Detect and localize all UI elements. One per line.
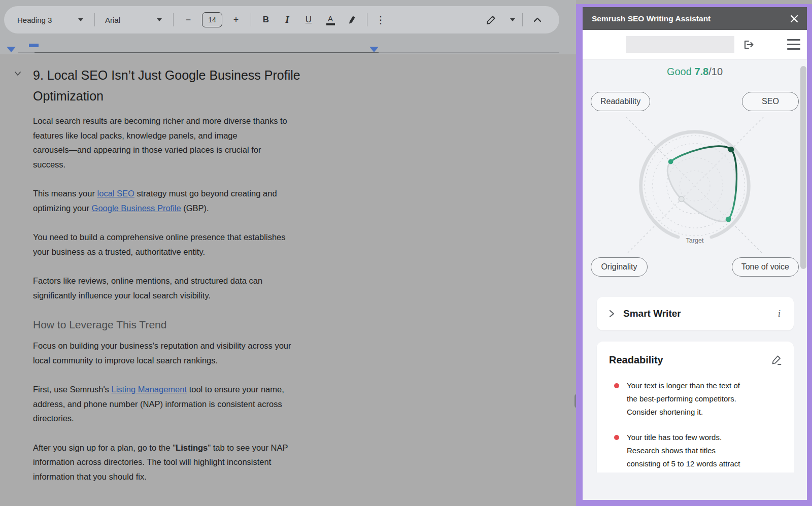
- issue-text: Your title has too few words. Research s…: [627, 431, 740, 473]
- right-indent-marker[interactable]: [369, 47, 379, 52]
- font-family-value: Arial: [105, 16, 120, 24]
- document-paragraphs: Local search results are becoming richer…: [33, 114, 383, 484]
- tone-of-voice-pill[interactable]: Tone of voice: [732, 257, 799, 277]
- readability-card-header: Readability: [609, 354, 783, 366]
- readability-issue-item: Your title has too few words. Research s…: [609, 431, 783, 473]
- hamburger-icon: [787, 44, 800, 45]
- doc-text: (GBP).: [181, 204, 209, 213]
- font-family-selector[interactable]: Arial: [99, 11, 169, 29]
- font-size-input[interactable]: 14: [202, 12, 222, 27]
- underline-button[interactable]: U: [298, 11, 319, 29]
- doc-text: First, use Semrush's: [33, 385, 111, 394]
- issue-bullet-dot: [614, 383, 619, 388]
- radar-svg: Target: [608, 112, 781, 259]
- ruler-margin-line: [35, 52, 379, 53]
- export-icon: [742, 39, 756, 51]
- document-paragraph: You need to build a comprehensive online…: [33, 230, 383, 259]
- bold-button[interactable]: B: [255, 11, 277, 29]
- panel-scrollbar-thumb[interactable]: [800, 66, 806, 269]
- issue-bullet-dot: [614, 435, 619, 440]
- paragraph-style-value: Heading 3: [17, 16, 52, 24]
- highlight-color-button[interactable]: [342, 11, 363, 29]
- google-docs-area: Heading 3 Arial − 14 + B I U A ⋮: [0, 0, 576, 506]
- radar-point-originality: [679, 196, 684, 202]
- panel-content: Good 7.8/10 Readability SEO: [583, 59, 807, 473]
- radar-point-tone-of-voice: [726, 217, 731, 222]
- semrush-seo-writing-assistant-panel: Semrush SEO Writing Assistant Good 7.8/1…: [576, 4, 812, 506]
- chevron-down-icon: [157, 18, 162, 21]
- document-paragraph: Focus on building your business's reputa…: [33, 339, 383, 367]
- score-blob: [667, 146, 736, 222]
- doc-bold-text: Listings: [176, 443, 208, 452]
- doc-text: How to Leverage This Trend: [33, 319, 166, 330]
- document-paragraph: Local search results are becoming richer…: [33, 114, 383, 172]
- toolbar-divider: [522, 13, 523, 26]
- text-color-swatch: [326, 23, 335, 25]
- issue-text: Your text is longer than the text of the…: [627, 379, 740, 419]
- toolbar-divider: [173, 13, 174, 26]
- menu-button[interactable]: [787, 39, 800, 50]
- document-paragraph: First, use Semrush's Listing Management …: [33, 382, 383, 426]
- ruler-line: [379, 52, 559, 53]
- hide-menus-button[interactable]: [527, 11, 548, 29]
- italic-button[interactable]: I: [277, 11, 298, 29]
- hamburger-icon: [787, 39, 800, 41]
- score-radar-chart: Target: [583, 112, 807, 259]
- score-suffix: /10: [708, 66, 723, 77]
- paragraph-style-selector[interactable]: Heading 3: [13, 11, 90, 29]
- document-paragraph: This means your local SEO strategy must …: [33, 186, 383, 215]
- info-icon[interactable]: i: [776, 308, 783, 319]
- doc-link[interactable]: Google Business Profile: [92, 204, 181, 213]
- doc-text: Local search results are becoming richer…: [33, 116, 287, 169]
- doc-text: Focus on building your business's reputa…: [33, 341, 291, 365]
- chevron-down-icon: [78, 18, 83, 21]
- panel-title: Semrush SEO Writing Assistant: [592, 14, 790, 23]
- overall-score: Good 7.8/10: [583, 66, 807, 78]
- metric-pills-bottom-row: Originality Tone of voice: [583, 257, 807, 277]
- text-color-letter: A: [328, 15, 333, 22]
- metric-pills-top-row: Readability SEO: [583, 92, 807, 111]
- doc-text: This means your: [33, 189, 97, 198]
- radar-point-readability: [668, 159, 673, 164]
- doc-text: After you sign up for a plan, go to the …: [33, 443, 176, 452]
- readability-card-title: Readability: [609, 354, 770, 366]
- toolbar-divider: [251, 13, 251, 26]
- doc-link[interactable]: Listing Management: [111, 385, 187, 394]
- doc-text: You need to build a comprehensive online…: [33, 232, 285, 256]
- editing-mode-selector[interactable]: [483, 11, 518, 29]
- highlighter-icon: [347, 15, 357, 25]
- export-button[interactable]: [742, 39, 756, 51]
- heading-collapse-toggle[interactable]: [13, 70, 22, 77]
- left-indent-marker[interactable]: [7, 47, 16, 52]
- smart-writer-title: Smart Writer: [623, 308, 776, 319]
- close-icon[interactable]: [790, 14, 799, 23]
- document-heading: 9. Local SEO Isn’t Just Google Business …: [33, 65, 383, 107]
- doc-link[interactable]: local SEO: [97, 189, 134, 198]
- docs-toolbar: Heading 3 Arial − 14 + B I U A ⋮: [4, 6, 559, 33]
- panel-titlebar: Semrush SEO Writing Assistant: [583, 7, 807, 30]
- seo-pill[interactable]: SEO: [742, 92, 799, 111]
- originality-pill[interactable]: Originality: [591, 257, 648, 277]
- smart-writer-card[interactable]: Smart Writer i: [597, 297, 794, 330]
- readability-issue-item: Your text is longer than the text of the…: [609, 379, 783, 419]
- decrease-font-size-button[interactable]: −: [178, 11, 199, 29]
- ruler-line: [18, 52, 35, 53]
- hamburger-icon: [787, 48, 800, 50]
- readability-card: Readability Your text is longer than the…: [597, 342, 794, 473]
- target-label: Target: [686, 237, 704, 244]
- edit-pencil-icon[interactable]: [770, 354, 783, 366]
- first-line-indent-marker[interactable]: [29, 44, 39, 47]
- readability-pill[interactable]: Readability: [591, 92, 650, 111]
- panel-toolbar: [583, 30, 807, 59]
- chevron-right-icon[interactable]: [608, 309, 615, 318]
- document-paragraph: After you sign up for a plan, go to the …: [33, 441, 383, 484]
- document-subheading: How to Leverage This Trend: [33, 317, 383, 332]
- more-toolbar-options-button[interactable]: ⋮: [371, 11, 390, 29]
- score-quality-label: Good: [667, 66, 692, 77]
- pencil-edit-mode-icon: [486, 15, 496, 25]
- increase-font-size-button[interactable]: +: [225, 11, 247, 29]
- document-body: 9. Local SEO Isn’t Just Google Business …: [33, 65, 383, 498]
- doc-text: Factors like reviews, online mentions, a…: [33, 276, 262, 300]
- keywords-input-placeholder[interactable]: [626, 36, 734, 53]
- text-color-button[interactable]: A: [319, 11, 342, 29]
